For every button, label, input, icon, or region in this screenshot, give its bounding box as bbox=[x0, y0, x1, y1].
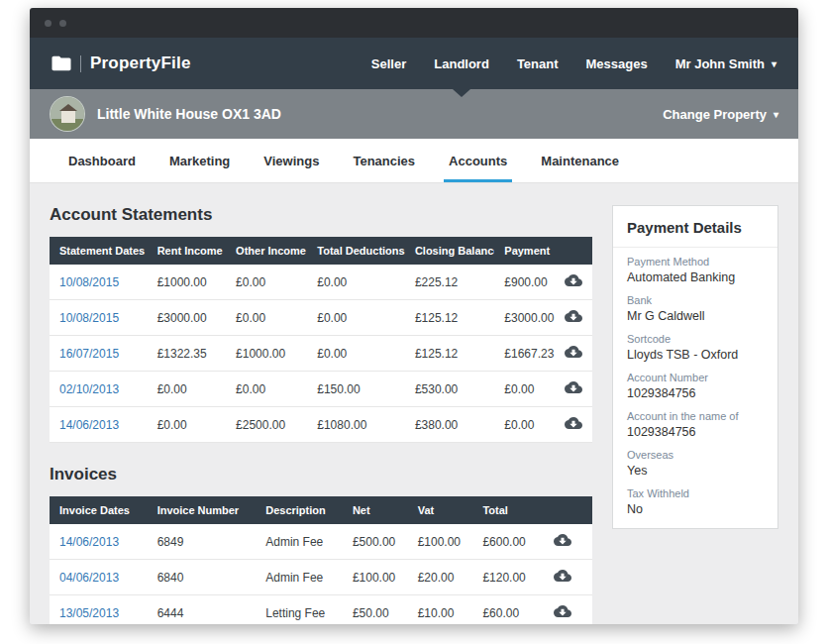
cloud-download-icon[interactable] bbox=[565, 309, 582, 323]
column-header: Statement Dates bbox=[50, 237, 148, 265]
user-menu[interactable]: Mr John Smith ▾ bbox=[675, 56, 776, 71]
folder-icon bbox=[52, 55, 71, 71]
date-link[interactable]: 14/06/2013 bbox=[59, 535, 119, 549]
table-row: 04/06/20136840Admin Fee£100.00£20.00£120… bbox=[50, 560, 592, 595]
field-label: Account in the name of bbox=[627, 410, 764, 422]
download-cell bbox=[533, 560, 592, 595]
date-link[interactable]: 14/06/2013 bbox=[59, 418, 119, 432]
payment-field: SortcodeLloyds TSB - Oxford bbox=[613, 325, 777, 364]
invoices-table: Invoice DatesInvoice NumberDescriptionNe… bbox=[50, 496, 592, 624]
data-cell: £3000.00 bbox=[148, 300, 226, 336]
data-cell: £0.00 bbox=[307, 265, 405, 300]
field-label: Overseas bbox=[627, 449, 764, 461]
tab-marketing[interactable]: Marketing bbox=[153, 139, 247, 182]
data-cell: £1080.00 bbox=[307, 407, 405, 443]
date-cell: 04/06/2013 bbox=[50, 560, 148, 595]
column-header: Invoice Dates bbox=[50, 496, 148, 524]
date-link[interactable]: 04/06/2013 bbox=[59, 571, 119, 585]
property-avatar bbox=[50, 96, 85, 132]
cloud-download-icon[interactable] bbox=[554, 533, 571, 547]
data-cell: £120.00 bbox=[472, 560, 532, 595]
download-cell bbox=[555, 300, 592, 336]
date-link[interactable]: 10/08/2015 bbox=[59, 311, 119, 325]
data-cell: £380.00 bbox=[405, 407, 494, 443]
date-cell: 02/10/2013 bbox=[50, 372, 148, 407]
table-row: 16/07/2015£1322.35£1000.00£0.00£125.12£1… bbox=[50, 336, 592, 372]
nav-item-messages[interactable]: Messages bbox=[572, 38, 662, 89]
column-header: Other Income bbox=[226, 237, 307, 265]
date-cell: 10/08/2015 bbox=[50, 300, 148, 336]
data-cell: £600.00 bbox=[472, 524, 532, 560]
column-header: Net bbox=[343, 496, 408, 524]
date-cell: 16/07/2015 bbox=[50, 336, 148, 372]
date-link[interactable]: 13/05/2013 bbox=[59, 606, 119, 620]
field-value: Lloyds TSB - Oxford bbox=[627, 348, 764, 362]
brand-logo: PropertyFile bbox=[52, 54, 191, 73]
field-label: Account Number bbox=[627, 372, 764, 383]
data-cell: £125.12 bbox=[405, 300, 494, 336]
payment-field: Account Number1029384756 bbox=[613, 364, 777, 402]
column-header: Total Deductions bbox=[307, 237, 405, 265]
app-window: PropertyFile SellerLandlordTenantMessage… bbox=[30, 8, 798, 624]
statements-table: Statement DatesRent IncomeOther IncomeTo… bbox=[50, 237, 592, 443]
column-header: Vat bbox=[408, 496, 473, 524]
cloud-download-icon[interactable] bbox=[565, 345, 582, 359]
tab-tenancies[interactable]: Tenancies bbox=[336, 139, 432, 182]
payment-details-card: Payment Details Payment MethodAutomated … bbox=[612, 205, 778, 529]
data-cell: £2500.00 bbox=[226, 407, 307, 443]
download-cell bbox=[533, 595, 592, 625]
window-control-dot[interactable] bbox=[45, 20, 52, 27]
data-cell: £100.00 bbox=[343, 560, 408, 595]
column-header: Payment bbox=[494, 237, 554, 265]
data-cell: 6840 bbox=[148, 560, 257, 595]
tab-accounts[interactable]: Accounts bbox=[432, 139, 524, 182]
field-value: 1029384756 bbox=[627, 386, 764, 400]
invoices-table-head: Invoice DatesInvoice NumberDescriptionNe… bbox=[50, 496, 592, 524]
column-header: Closing Balance bbox=[405, 237, 494, 265]
data-cell: £150.00 bbox=[307, 372, 405, 407]
brand-name: PropertyFile bbox=[90, 54, 191, 73]
data-cell: £1000.00 bbox=[148, 265, 226, 300]
data-cell: £900.00 bbox=[494, 265, 554, 300]
payment-fields: Payment MethodAutomated BankingBankMr G … bbox=[613, 248, 777, 518]
cloud-download-icon[interactable] bbox=[554, 569, 571, 583]
nav-item-seller[interactable]: Seller bbox=[358, 38, 420, 89]
data-cell: £0.00 bbox=[494, 372, 554, 407]
date-link[interactable]: 10/08/2015 bbox=[59, 275, 119, 289]
data-cell: £1000.00 bbox=[226, 336, 307, 372]
date-cell: 14/06/2013 bbox=[50, 407, 148, 443]
table-row: 10/08/2015£3000.00£0.00£0.00£125.12£3000… bbox=[50, 300, 592, 336]
field-label: Payment Method bbox=[627, 256, 764, 268]
property-title: Little White House OX1 3AD bbox=[97, 106, 281, 122]
date-link[interactable]: 02/10/2013 bbox=[59, 382, 119, 396]
tab-dashboard[interactable]: Dashboard bbox=[52, 139, 153, 182]
payment-field: BankMr G Caldwell bbox=[613, 286, 777, 325]
cloud-download-icon[interactable] bbox=[565, 273, 582, 287]
data-cell: £0.00 bbox=[494, 407, 554, 443]
nav-item-landlord[interactable]: Landlord bbox=[420, 38, 503, 89]
change-property-button[interactable]: Change Property ▾ bbox=[663, 107, 778, 122]
window-control-dot[interactable] bbox=[59, 20, 66, 27]
data-cell: £0.00 bbox=[226, 372, 307, 407]
cloud-download-icon[interactable] bbox=[554, 604, 571, 618]
date-link[interactable]: 16/07/2015 bbox=[59, 347, 119, 361]
nav-item-tenant[interactable]: Tenant bbox=[503, 38, 572, 89]
field-label: Bank bbox=[627, 294, 764, 306]
data-cell: £10.00 bbox=[408, 595, 473, 625]
data-cell: £60.00 bbox=[472, 595, 532, 625]
tab-maintenance[interactable]: Maintenance bbox=[524, 139, 636, 182]
statements-table-head: Statement DatesRent IncomeOther IncomeTo… bbox=[50, 237, 592, 265]
table-row: 10/08/2015£1000.00£0.00£0.00£225.12£900.… bbox=[50, 265, 592, 300]
chevron-down-icon: ▾ bbox=[772, 58, 776, 69]
cloud-download-icon[interactable] bbox=[565, 380, 582, 394]
data-cell: Letting Fee bbox=[256, 595, 343, 625]
column-header: Description bbox=[256, 496, 343, 524]
cloud-download-icon[interactable] bbox=[565, 416, 582, 430]
download-cell bbox=[555, 407, 592, 443]
brand-divider bbox=[80, 55, 81, 72]
data-cell: £0.00 bbox=[307, 336, 405, 372]
tab-bar: DashboardMarketingViewingsTenanciesAccou… bbox=[30, 139, 798, 183]
table-row: 13/05/20136444Letting Fee£50.00£10.00£60… bbox=[50, 595, 592, 625]
tab-viewings[interactable]: Viewings bbox=[247, 139, 336, 182]
data-cell: 6444 bbox=[148, 595, 257, 625]
